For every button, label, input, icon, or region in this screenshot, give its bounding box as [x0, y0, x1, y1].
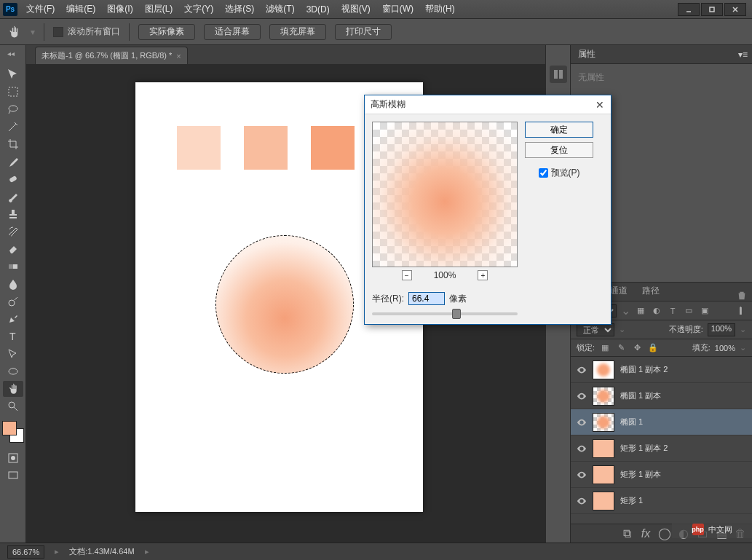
zoom-tool[interactable]: [3, 398, 23, 414]
collapsed-panel-icon[interactable]: [550, 66, 567, 83]
visibility-icon[interactable]: [577, 365, 587, 375]
layer-row[interactable]: 椭圆 1: [571, 409, 752, 435]
fill-screen-button[interactable]: 填充屏幕: [269, 24, 326, 40]
preview-checkbox[interactable]: 预览(P): [539, 167, 580, 179]
dialog-title[interactable]: 高斯模糊 ✕: [365, 95, 611, 114]
blur-tool[interactable]: [3, 276, 23, 292]
actual-pixels-button[interactable]: 实际像素: [138, 24, 195, 40]
menu-file[interactable]: 文件(F): [20, 0, 60, 19]
menu-3d[interactable]: 3D(D): [301, 0, 336, 19]
filter-adjust-icon[interactable]: ◐: [651, 305, 662, 317]
lock-all-icon[interactable]: 🔒: [647, 342, 659, 354]
opacity-value[interactable]: 100%: [708, 323, 735, 336]
lasso-tool[interactable]: [3, 101, 23, 117]
dialog-close-icon[interactable]: ✕: [593, 98, 606, 111]
layer-thumbnail[interactable]: [593, 439, 614, 458]
filter-shape-icon[interactable]: ▭: [683, 305, 694, 317]
radius-input[interactable]: [408, 292, 445, 305]
type-tool[interactable]: T: [3, 328, 23, 344]
wand-tool[interactable]: [3, 119, 23, 135]
zoom-out-button[interactable]: −: [402, 270, 412, 280]
hand-tool[interactable]: [3, 381, 23, 397]
hand-tool-icon[interactable]: [6, 24, 22, 40]
zoom-in-button[interactable]: +: [478, 270, 488, 280]
shape-tool[interactable]: [3, 363, 23, 379]
close-button[interactable]: [724, 3, 746, 16]
layer-row[interactable]: 椭圆 1 副本: [571, 383, 752, 409]
quickmask-toggle[interactable]: [3, 450, 23, 466]
lock-trans-icon[interactable]: ▦: [599, 342, 611, 354]
status-zoom[interactable]: 66.67%: [7, 545, 44, 559]
healing-tool[interactable]: [3, 171, 23, 187]
collapse-toolbox-icon[interactable]: ◂◂: [7, 50, 15, 58]
history-brush-tool[interactable]: [3, 224, 23, 240]
menu-edit[interactable]: 编辑(E): [60, 0, 101, 19]
blend-mode-select[interactable]: 正常: [577, 323, 614, 336]
brush-tool[interactable]: [3, 189, 23, 205]
menu-filter[interactable]: 滤镜(T): [260, 0, 300, 19]
layer-fx-icon[interactable]: fx: [640, 528, 652, 540]
slider-thumb[interactable]: [452, 309, 461, 319]
marquee-tool[interactable]: [3, 84, 23, 100]
layer-row[interactable]: 矩形 1 副本: [571, 462, 752, 488]
visibility-icon[interactable]: [577, 417, 587, 427]
menu-type[interactable]: 文字(Y): [178, 0, 219, 19]
filter-smart-icon[interactable]: ▣: [699, 305, 711, 317]
foreground-color-swatch[interactable]: [2, 421, 17, 435]
eyedropper-tool[interactable]: [3, 154, 23, 170]
eraser-tool[interactable]: [3, 241, 23, 257]
ps-logo-icon: Ps: [3, 3, 17, 16]
dialog-preview[interactable]: [372, 122, 518, 267]
lock-pixel-icon[interactable]: ✎: [615, 342, 627, 354]
visibility-icon[interactable]: [577, 496, 587, 506]
tab-paths[interactable]: 路径: [635, 281, 667, 301]
document-tab[interactable]: 未标题-1 @ 66.7% (椭圆 1, RGB/8) * ×: [35, 47, 188, 64]
link-layers-icon[interactable]: ⧉: [621, 528, 633, 540]
menu-window[interactable]: 窗口(W): [376, 0, 419, 19]
visibility-icon[interactable]: [577, 391, 587, 401]
layer-row[interactable]: 矩形 1 副本 2: [571, 435, 752, 462]
fill-value[interactable]: 100%: [715, 344, 735, 352]
screenmode-toggle[interactable]: [3, 468, 23, 484]
filter-pixel-icon[interactable]: ▦: [635, 305, 646, 317]
trash-icon[interactable]: [736, 289, 748, 301]
layer-thumbnail[interactable]: [593, 360, 614, 379]
filter-type-icon[interactable]: T: [667, 305, 678, 317]
reset-button[interactable]: 复位: [525, 142, 593, 158]
visibility-icon[interactable]: [577, 443, 587, 454]
minimize-button[interactable]: [678, 3, 700, 16]
dodge-tool[interactable]: [3, 293, 23, 309]
menu-image[interactable]: 图像(I): [101, 0, 138, 19]
menu-help[interactable]: 帮助(H): [419, 0, 461, 19]
color-swatches[interactable]: [2, 421, 24, 443]
scroll-all-windows-checkbox[interactable]: 滚动所有窗口: [53, 25, 120, 38]
layer-thumbnail[interactable]: [593, 413, 614, 432]
ok-button[interactable]: 确定: [525, 122, 593, 138]
layer-mask-icon[interactable]: ◯: [659, 528, 670, 540]
properties-panel-tab[interactable]: 属性 ▾≡: [571, 45, 752, 64]
layer-row[interactable]: 矩形 1: [571, 488, 752, 514]
stamp-tool[interactable]: [3, 206, 23, 222]
menu-layer[interactable]: 图层(L): [139, 0, 179, 19]
print-size-button[interactable]: 打印尺寸: [335, 24, 392, 40]
layer-thumbnail[interactable]: [593, 465, 614, 484]
panel-menu-icon[interactable]: ▾≡: [738, 50, 748, 60]
gradient-tool[interactable]: [3, 259, 23, 275]
menu-select[interactable]: 选择(S): [219, 0, 260, 19]
menu-view[interactable]: 视图(V): [336, 0, 376, 19]
radius-slider[interactable]: [372, 312, 518, 315]
close-document-icon[interactable]: ×: [176, 52, 181, 60]
maximize-button[interactable]: [701, 3, 723, 16]
crop-tool[interactable]: [3, 136, 23, 152]
layer-thumbnail[interactable]: [593, 387, 614, 406]
fit-screen-button[interactable]: 适合屏幕: [204, 24, 261, 40]
pen-tool[interactable]: [3, 311, 23, 327]
path-select-tool[interactable]: [3, 346, 23, 362]
visibility-icon[interactable]: [577, 470, 587, 480]
layer-row[interactable]: 椭圆 1 副本 2: [571, 357, 752, 383]
lock-pos-icon[interactable]: ✥: [631, 342, 643, 354]
titlebar: Ps 文件(F) 编辑(E) 图像(I) 图层(L) 文字(Y) 选择(S) 滤…: [0, 0, 752, 19]
move-tool[interactable]: [3, 66, 23, 82]
filter-toggle-icon[interactable]: ⏽: [735, 305, 746, 317]
layer-thumbnail[interactable]: [593, 492, 614, 510]
